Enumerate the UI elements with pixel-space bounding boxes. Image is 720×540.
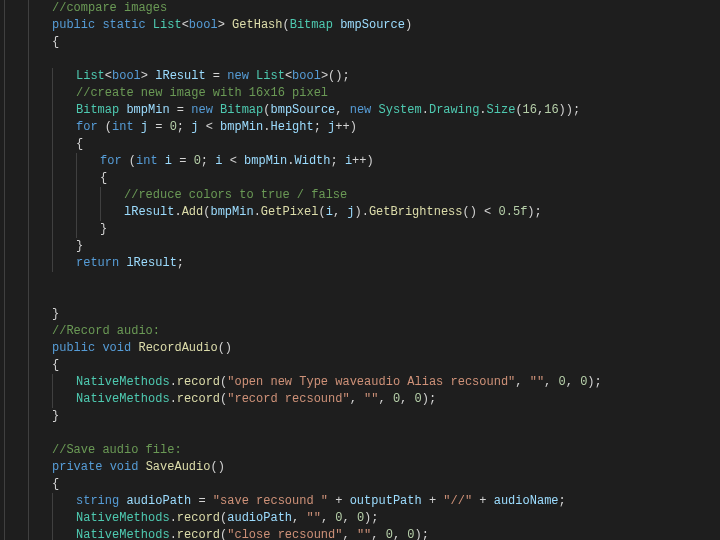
token: . [479, 103, 486, 117]
token: public [52, 18, 95, 32]
token: 0 [357, 511, 364, 525]
code-line[interactable]: string audioPath = "save recsound " + ou… [4, 493, 720, 510]
token: 0.5f [499, 205, 528, 219]
token: 0 [386, 528, 393, 540]
code-line[interactable]: { [4, 170, 720, 187]
indent-guide [4, 34, 5, 51]
code-line[interactable]: } [4, 238, 720, 255]
token: , [342, 511, 356, 525]
code-line[interactable] [4, 272, 720, 289]
code-line[interactable]: { [4, 357, 720, 374]
code-line[interactable]: } [4, 221, 720, 238]
code-content: return lResult; [4, 256, 184, 270]
code-line[interactable]: for (int j = 0; j < bmpMin.Height; j++) [4, 119, 720, 136]
indent-guide [28, 493, 29, 510]
indent-guide [52, 187, 53, 204]
token: ); [527, 205, 541, 219]
token: record [177, 392, 220, 406]
token: bmpMin [244, 154, 287, 168]
indent-guide [4, 238, 5, 255]
code-content: NativeMethods.record("open new Type wave… [4, 375, 602, 389]
code-content: NativeMethods.record(audioPath, "", 0, 0… [4, 511, 379, 525]
indent-guide [4, 357, 5, 374]
code-line[interactable]: NativeMethods.record("close recsound", "… [4, 527, 720, 540]
code-line[interactable]: for (int i = 0; i < bmpMin.Width; i++) [4, 153, 720, 170]
token: () [210, 460, 224, 474]
code-line[interactable]: return lResult; [4, 255, 720, 272]
code-line[interactable] [4, 289, 720, 306]
code-line[interactable]: lResult.Add(bmpMin.GetPixel(i, j).GetBri… [4, 204, 720, 221]
code-line[interactable]: //compare images [4, 0, 720, 17]
code-line[interactable]: //Record audio: [4, 323, 720, 340]
token: lResult [126, 256, 176, 270]
token: = [148, 120, 170, 134]
code-line[interactable]: public static List<bool> GetHash(Bitmap … [4, 17, 720, 34]
token: new [191, 103, 213, 117]
indent-guide [28, 153, 29, 170]
token: int [136, 154, 158, 168]
code-line[interactable]: //reduce colors to true / false [4, 187, 720, 204]
indent-guide [28, 17, 29, 34]
token: < [285, 69, 292, 83]
indent-guide [4, 493, 5, 510]
indent-guide [100, 204, 101, 221]
indent-guide [28, 306, 29, 323]
code-content: for (int j = 0; j < bmpMin.Height; j++) [4, 120, 357, 134]
token: audioName [494, 494, 559, 508]
token: "record recsound" [227, 392, 349, 406]
indent-guide [4, 170, 5, 187]
indent-guide [28, 68, 29, 85]
indent-guide [4, 442, 5, 459]
code-line[interactable]: Bitmap bmpMin = new Bitmap(bmpSource, ne… [4, 102, 720, 119]
token: int [112, 120, 134, 134]
code-line[interactable]: NativeMethods.record(audioPath, "", 0, 0… [4, 510, 720, 527]
token: { [52, 35, 59, 49]
token: System [379, 103, 422, 117]
token [102, 460, 109, 474]
indent-guide [4, 102, 5, 119]
token: , [350, 392, 364, 406]
token: "" [357, 528, 371, 540]
code-line[interactable]: } [4, 306, 720, 323]
token [371, 103, 378, 117]
code-line[interactable]: } [4, 408, 720, 425]
token: { [52, 358, 59, 372]
token: "close recsound" [227, 528, 342, 540]
token [213, 103, 220, 117]
indent-guide [28, 85, 29, 102]
code-line[interactable]: { [4, 34, 720, 51]
indent-guide [4, 51, 5, 68]
token: Bitmap [220, 103, 263, 117]
indent-guide [52, 102, 53, 119]
token: i [165, 154, 172, 168]
code-line[interactable]: public void RecordAudio() [4, 340, 720, 357]
code-line[interactable] [4, 51, 720, 68]
indent-guide [52, 493, 53, 510]
code-line[interactable]: //Save audio file: [4, 442, 720, 459]
indent-guide [4, 408, 5, 425]
indent-guide [76, 204, 77, 221]
token: , [335, 103, 349, 117]
code-line[interactable]: //create new image with 16x16 pixel [4, 85, 720, 102]
code-line[interactable]: NativeMethods.record("open new Type wave… [4, 374, 720, 391]
token: RecordAudio [138, 341, 217, 355]
indent-guide [28, 408, 29, 425]
code-line[interactable] [4, 425, 720, 442]
token: SaveAudio [146, 460, 211, 474]
token: ; [314, 120, 328, 134]
code-content: { [4, 35, 59, 49]
code-editor[interactable]: //compare imagespublic static List<bool>… [0, 0, 720, 540]
code-line[interactable]: List<bool> lResult = new List<bool>(); [4, 68, 720, 85]
token: private [52, 460, 102, 474]
code-line[interactable]: { [4, 136, 720, 153]
token: ); [415, 528, 429, 540]
code-content: //reduce colors to true / false [4, 188, 347, 202]
token: bmpMin [126, 103, 169, 117]
code-line[interactable]: private void SaveAudio() [4, 459, 720, 476]
indent-guide [4, 340, 5, 357]
code-line[interactable]: NativeMethods.record("record recsound", … [4, 391, 720, 408]
token [249, 69, 256, 83]
token: , [515, 375, 529, 389]
code-line[interactable]: { [4, 476, 720, 493]
indent-guide [4, 306, 5, 323]
